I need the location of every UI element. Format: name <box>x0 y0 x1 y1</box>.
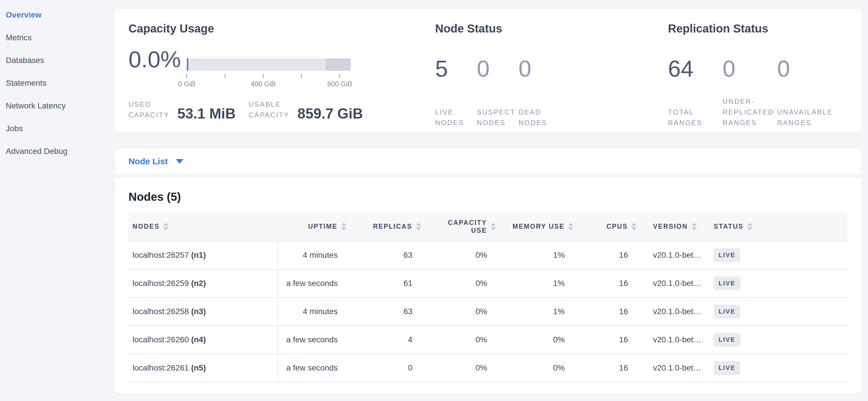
version-cell: v20.1.0-bet… <box>640 354 706 382</box>
node-address-cell: localhost:26258 (n3) <box>128 297 278 326</box>
version-cell: v20.1.0-bet… <box>640 241 706 269</box>
total-ranges-value: 64 <box>668 56 722 81</box>
axis-label-400gib: 400 GiB <box>251 80 276 88</box>
usable-capacity-label: USABLE CAPACITY <box>249 99 298 120</box>
dead-nodes-value: 0 <box>519 56 560 81</box>
usable-capacity-stat: USABLE CAPACITY 859.7 GiB <box>249 99 363 121</box>
sort-icon <box>163 223 168 230</box>
status-cell: LIVE <box>706 297 847 326</box>
used-capacity-value: 53.1 MiB <box>177 106 236 121</box>
column-header-capacity-use[interactable]: CAPACITY USE <box>425 212 499 241</box>
table-row-node-3: localhost:26258 (n3) 4 minutes 63 0% 1% … <box>128 297 847 326</box>
column-header-memory-use-label: MEMORY USE <box>513 223 564 230</box>
nodes-table-panel: Nodes (5) NODES UPTIME REPLICAS CAPACITY… <box>114 177 862 394</box>
table-row-node-4: localhost:26260 (n4) a few seconds 4 0% … <box>128 326 847 354</box>
table-row-node-5: localhost:26261 (n5) a few seconds 0 0% … <box>128 354 847 382</box>
suspect-nodes-label: SUSPECT NODES <box>477 107 519 128</box>
status-badge: LIVE <box>714 277 740 290</box>
uptime-cell: 4 minutes <box>278 297 350 326</box>
capacity-use-cell: 0% <box>425 297 499 326</box>
dead-nodes-label: DEAD NODES <box>519 107 560 128</box>
sidebar-item-metrics[interactable]: Metrics <box>0 26 114 49</box>
node-status-title: Node Status <box>435 22 668 35</box>
uptime-cell: a few seconds <box>278 354 350 382</box>
replicas-cell: 63 <box>350 297 425 326</box>
status-badge: LIVE <box>714 361 740 375</box>
node-address-cell: localhost:26260 (n4) <box>128 326 278 354</box>
sidebar-item-databases[interactable]: Databases <box>0 49 114 71</box>
dead-nodes-stat: 0 DEAD NODES <box>519 56 560 128</box>
version-cell: v20.1.0-bet… <box>640 326 706 354</box>
usable-capacity-value: 859.7 GiB <box>298 106 363 121</box>
nodes-table-title: Nodes (5) <box>128 190 847 204</box>
status-cell: LIVE <box>706 241 847 269</box>
column-header-status[interactable]: STATUS <box>706 212 847 241</box>
cpus-cell: 16 <box>577 297 640 326</box>
total-ranges-stat: 64 TOTAL RANGES <box>668 56 722 128</box>
column-header-nodes[interactable]: NODES <box>128 212 278 241</box>
memory-use-cell: 1% <box>499 269 577 297</box>
capacity-gauge-bar <box>187 58 351 71</box>
live-nodes-label: LIVE NODES <box>435 107 477 128</box>
replication-status-title: Replication Status <box>668 22 847 35</box>
capacity-usage-section: Capacity Usage 0.0% <box>128 22 435 133</box>
live-nodes-stat: 5 LIVE NODES <box>435 56 477 128</box>
nodes-table: NODES UPTIME REPLICAS CAPACITY USE MEMOR… <box>128 212 847 382</box>
capacity-gauge-chart: 0 GiB 400 GiB 800 GiB <box>187 58 351 89</box>
column-header-uptime-label: UPTIME <box>308 223 337 230</box>
capacity-use-cell: 0% <box>425 354 499 382</box>
sort-icon <box>631 223 637 230</box>
uptime-cell: 4 minutes <box>278 241 350 269</box>
sidebar-item-statements[interactable]: Statements <box>0 71 114 94</box>
suspect-nodes-stat: 0 SUSPECT NODES <box>477 56 519 128</box>
cpus-cell: 16 <box>577 354 640 382</box>
node-list-dropdown[interactable]: Node List <box>128 156 168 166</box>
node-list-selector-panel: Node List <box>114 148 862 175</box>
table-row-node-2: localhost:26259 (n2) a few seconds 61 0%… <box>128 269 847 297</box>
capacity-gauge-used-marker <box>187 58 188 71</box>
used-capacity-stat: USED CAPACITY 53.1 MiB <box>128 99 236 121</box>
status-cell: LIVE <box>706 269 847 297</box>
used-capacity-label: USED CAPACITY <box>128 99 177 120</box>
status-cell: LIVE <box>706 354 847 382</box>
column-header-memory-use[interactable]: MEMORY USE <box>499 212 577 241</box>
capacity-gauge-reserved-segment <box>326 58 351 71</box>
cluster-summary-panel: Capacity Usage 0.0% <box>114 8 862 133</box>
sort-icon <box>568 223 574 230</box>
column-header-version[interactable]: VERSION <box>640 212 706 241</box>
column-header-status-label: STATUS <box>714 223 744 230</box>
node-address-cell: localhost:26259 (n2) <box>128 269 278 297</box>
capacity-axis-labels: 0 GiB 400 GiB 800 GiB <box>187 80 351 89</box>
replicas-cell: 4 <box>350 326 425 354</box>
capacity-use-cell: 0% <box>425 269 499 297</box>
cockroachdb-admin-overview: Overview Metrics Databases Statements Ne… <box>0 0 868 401</box>
sort-icon <box>416 223 421 230</box>
status-badge: LIVE <box>714 333 740 347</box>
capacity-use-cell: 0% <box>425 326 499 354</box>
column-header-version-label: VERSION <box>653 223 688 230</box>
sidebar-item-jobs[interactable]: Jobs <box>0 117 114 140</box>
status-cell: LIVE <box>706 326 847 354</box>
sidebar-item-network-latency[interactable]: Network Latency <box>0 94 114 117</box>
nodes-table-header-row: NODES UPTIME REPLICAS CAPACITY USE MEMOR… <box>128 212 847 241</box>
column-header-cpus[interactable]: CPUS <box>577 212 640 241</box>
replicas-cell: 0 <box>350 354 425 382</box>
column-header-cpus-label: CPUS <box>607 223 628 230</box>
node-address-cell: localhost:26261 (n5) <box>128 354 278 382</box>
chevron-down-icon[interactable] <box>176 159 183 164</box>
sidebar-item-overview[interactable]: Overview <box>0 3 114 26</box>
memory-use-cell: 1% <box>499 297 577 326</box>
sidebar-item-advanced-debug[interactable]: Advanced Debug <box>0 140 114 163</box>
uptime-cell: a few seconds <box>278 269 350 297</box>
total-ranges-label: TOTAL RANGES <box>668 107 722 128</box>
column-header-replicas[interactable]: REPLICAS <box>350 212 425 241</box>
unavailable-ranges-label: UNAVAILABLE RANGES <box>777 107 832 128</box>
sort-icon <box>691 223 697 230</box>
column-header-uptime[interactable]: UPTIME <box>278 212 350 241</box>
table-row-node-1: localhost:26257 (n1) 4 minutes 63 0% 1% … <box>128 241 847 269</box>
cpus-cell: 16 <box>577 269 640 297</box>
status-badge: LIVE <box>714 305 740 318</box>
status-badge: LIVE <box>714 248 740 262</box>
capacity-use-cell: 0% <box>425 241 499 269</box>
unavailable-ranges-value: 0 <box>777 56 832 81</box>
